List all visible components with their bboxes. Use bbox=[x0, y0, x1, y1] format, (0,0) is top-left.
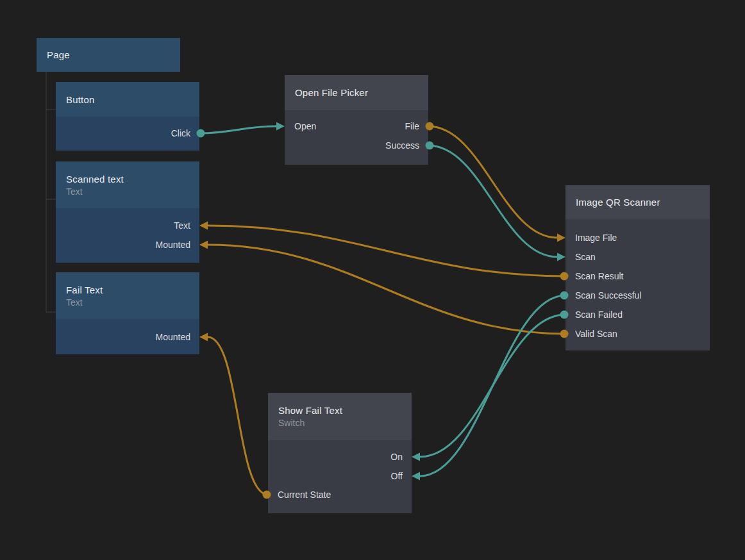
node-header-page: Page bbox=[37, 38, 180, 72]
port-success[interactable]: Success bbox=[285, 137, 428, 154]
connection-open-file-picker-file-to-image-qr-scanner-image-file[interactable] bbox=[428, 126, 557, 238]
port-scan[interactable]: Scan bbox=[565, 249, 710, 265]
port-mounted[interactable]: Mounted bbox=[56, 329, 199, 345]
node-title-open-file-picker: Open File Picker bbox=[295, 87, 418, 98]
node-image-qr-scanner[interactable]: Image QR ScannerImage FileScanScan Resul… bbox=[565, 185, 710, 350]
node-title-scanned-text: Scanned text bbox=[66, 174, 189, 185]
node-body-open-file-picker: OpenFileSuccess bbox=[285, 110, 428, 165]
node-fail-text[interactable]: Fail TextTextMounted bbox=[56, 272, 199, 354]
port-on[interactable]: On bbox=[268, 449, 412, 465]
node-title-page: Page bbox=[47, 49, 170, 60]
node-scanned-text[interactable]: Scanned textTextTextMounted bbox=[56, 161, 199, 263]
node-title-button: Button bbox=[66, 94, 189, 105]
port-current-state[interactable]: Current State bbox=[268, 486, 412, 503]
connection-arrowhead-icon bbox=[199, 333, 208, 342]
port-mounted[interactable]: Mounted bbox=[56, 236, 199, 253]
node-show-fail-text[interactable]: Show Fail TextSwitchOnOffCurrent State bbox=[268, 393, 412, 513]
node-graph-canvas[interactable]: PageButtonClickScanned textTextTextMount… bbox=[0, 0, 745, 560]
node-title-fail-text: Fail Text bbox=[66, 284, 189, 295]
node-subtitle-scanned-text: Text bbox=[66, 186, 189, 197]
node-open-file-picker[interactable]: Open File PickerOpenFileSuccess bbox=[285, 75, 428, 165]
connection-arrowhead-icon bbox=[412, 472, 420, 481]
port-scan-result[interactable]: Scan Result bbox=[565, 268, 710, 284]
connection-arrowhead-icon bbox=[557, 234, 565, 242]
connection-arrowhead-icon bbox=[199, 222, 208, 230]
node-header-show-fail-text: Show Fail TextSwitch bbox=[268, 393, 412, 440]
node-header-scanned-text: Scanned textText bbox=[56, 161, 199, 208]
connection-arrowhead-icon bbox=[199, 241, 208, 249]
port-valid-scan[interactable]: Valid Scan bbox=[565, 325, 710, 342]
node-header-fail-text: Fail TextText bbox=[56, 272, 199, 319]
connection-image-qr-scanner-scan-failed-to-show-fail-text-on[interactable] bbox=[420, 315, 565, 457]
node-button[interactable]: ButtonClick bbox=[56, 82, 199, 151]
node-body-show-fail-text: OnOffCurrent State bbox=[268, 440, 412, 513]
connection-arrowhead-icon bbox=[557, 253, 565, 261]
port-scan-successful[interactable]: Scan Successful bbox=[565, 287, 710, 304]
node-header-button: Button bbox=[56, 82, 199, 117]
node-body-image-qr-scanner: Image FileScanScan ResultScan Successful… bbox=[565, 219, 710, 350]
node-subtitle-fail-text: Text bbox=[66, 297, 189, 308]
node-title-show-fail-text: Show Fail Text bbox=[278, 405, 401, 416]
port-text[interactable]: Text bbox=[56, 217, 199, 234]
node-title-image-qr-scanner: Image QR Scanner bbox=[576, 197, 699, 208]
connection-image-qr-scanner-scan-successful-to-show-fail-text-off[interactable] bbox=[420, 295, 565, 476]
port-file[interactable]: File bbox=[285, 118, 428, 135]
node-body-scanned-text: TextMounted bbox=[56, 208, 199, 263]
connection-arrowhead-icon bbox=[412, 453, 420, 461]
port-off[interactable]: Off bbox=[268, 468, 412, 484]
node-body-fail-text: Mounted bbox=[56, 319, 199, 354]
connection-button-click-to-open-file-picker-open[interactable] bbox=[199, 126, 276, 133]
node-body-button: Click bbox=[56, 117, 199, 151]
hierarchy-line bbox=[46, 72, 56, 312]
node-header-open-file-picker: Open File Picker bbox=[285, 75, 428, 110]
connection-arrowhead-icon bbox=[276, 122, 285, 131]
connection-image-qr-scanner-valid-scan-to-scanned-text-mounted[interactable] bbox=[208, 245, 565, 334]
port-image-file[interactable]: Image File bbox=[565, 229, 710, 246]
port-click[interactable]: Click bbox=[56, 125, 199, 142]
connection-image-qr-scanner-scan-result-to-scanned-text-text[interactable] bbox=[208, 226, 565, 276]
port-scan-failed[interactable]: Scan Failed bbox=[565, 306, 710, 323]
connection-show-fail-text-current-state-to-fail-text-mounted[interactable] bbox=[208, 337, 268, 495]
node-page[interactable]: Page bbox=[37, 38, 180, 72]
connection-open-file-picker-success-to-image-qr-scanner-scan[interactable] bbox=[428, 145, 557, 257]
node-subtitle-show-fail-text: Switch bbox=[278, 418, 401, 428]
node-header-image-qr-scanner: Image QR Scanner bbox=[565, 185, 710, 219]
